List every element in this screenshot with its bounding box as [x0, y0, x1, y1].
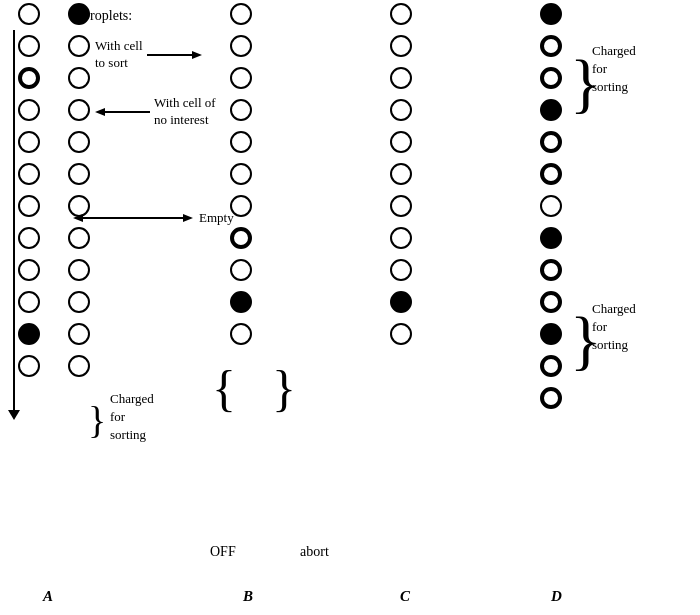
circle-d5-thick	[540, 131, 562, 153]
column-c	[390, 0, 412, 352]
circle-b2	[230, 35, 252, 57]
col-label-c: C	[400, 588, 410, 605]
empty-label: Empty	[199, 210, 234, 226]
circle-d9-thick	[540, 259, 562, 281]
circle-d2-thick	[540, 35, 562, 57]
bracket-b-left: {	[212, 348, 236, 428]
circle-ar3	[68, 67, 90, 89]
arrow-right-to-sort	[147, 47, 202, 63]
circle-d3-thick	[540, 67, 562, 89]
circle-b10-filled	[230, 291, 252, 313]
arrow-left-no-interest	[95, 104, 150, 120]
circle-a6	[18, 163, 40, 185]
circle-c5	[390, 131, 412, 153]
svg-marker-6	[183, 214, 193, 222]
with-cell-no-interest-annotation: With cell ofno interest	[95, 95, 216, 129]
circle-ar1-filled	[68, 3, 90, 25]
empty-annotation: Empty	[73, 210, 234, 226]
circle-d4-filled	[540, 99, 562, 121]
charged-sorting-a-label: Chargedforsorting	[110, 390, 154, 445]
circle-b9	[230, 259, 252, 281]
circle-a11-filled	[18, 323, 40, 345]
col-label-b: B	[243, 588, 253, 605]
circle-a9	[18, 259, 40, 281]
circle-ar5	[68, 131, 90, 153]
circle-c4	[390, 99, 412, 121]
circle-ar2	[68, 35, 90, 57]
off-label: OFF	[210, 544, 236, 560]
circle-c11	[390, 323, 412, 345]
circle-d6-thick	[540, 163, 562, 185]
circle-b1	[230, 3, 252, 25]
circle-c6	[390, 163, 412, 185]
charged-sorting-d1-label: Chargedforsorting	[592, 42, 636, 97]
circle-b5	[230, 131, 252, 153]
circle-d1-filled	[540, 3, 562, 25]
circle-ar9	[68, 259, 90, 281]
bracket-a: }	[88, 390, 106, 450]
circle-ar8	[68, 227, 90, 249]
circle-b8-thick	[230, 227, 252, 249]
col-label-d: D	[551, 588, 562, 605]
diagram-container: Droplets: With cellto	[0, 0, 700, 615]
circle-a3-thick	[18, 67, 40, 89]
circle-ar4	[68, 99, 90, 121]
circle-b3	[230, 67, 252, 89]
circle-c10-filled	[390, 291, 412, 313]
circle-a2	[18, 35, 40, 57]
column-a-left	[18, 0, 40, 384]
circle-a12	[18, 355, 40, 377]
circle-ar11	[68, 323, 90, 345]
circle-a1	[18, 3, 40, 25]
double-arrow-empty	[73, 210, 193, 226]
circle-d13-thick	[540, 387, 562, 409]
circle-a5	[18, 131, 40, 153]
circle-a4	[18, 99, 40, 121]
circle-ar12	[68, 355, 90, 377]
abort-label: abort	[300, 544, 329, 560]
charged-sorting-d2-label: Chargedforsorting	[592, 300, 636, 355]
with-cell-to-sort-label: With cellto sort	[95, 38, 143, 72]
circle-d7	[540, 195, 562, 217]
circle-d12-thick	[540, 355, 562, 377]
svg-marker-3	[95, 108, 105, 116]
circle-c7	[390, 195, 412, 217]
column-d	[540, 0, 562, 416]
circle-d10-thick	[540, 291, 562, 313]
circle-d8-filled	[540, 227, 562, 249]
svg-marker-5	[73, 214, 83, 222]
circle-c8	[390, 227, 412, 249]
circle-a7	[18, 195, 40, 217]
circle-b4	[230, 99, 252, 121]
circle-b11	[230, 323, 252, 345]
circle-ar6	[68, 163, 90, 185]
circle-c9	[390, 259, 412, 281]
with-cell-to-sort-annotation: With cellto sort	[95, 38, 202, 72]
circle-a8	[18, 227, 40, 249]
circle-a10	[18, 291, 40, 313]
circle-c2	[390, 35, 412, 57]
circle-d11-filled	[540, 323, 562, 345]
column-b	[230, 0, 252, 352]
col-label-a: A	[43, 588, 53, 605]
with-cell-no-interest-label: With cell ofno interest	[154, 95, 216, 129]
bracket-b-right: }	[272, 348, 296, 428]
circle-c1	[390, 3, 412, 25]
column-a-right	[68, 0, 90, 384]
circle-b6	[230, 163, 252, 185]
circle-c3	[390, 67, 412, 89]
circle-b7	[230, 195, 252, 217]
svg-marker-1	[192, 51, 202, 59]
circle-ar10	[68, 291, 90, 313]
